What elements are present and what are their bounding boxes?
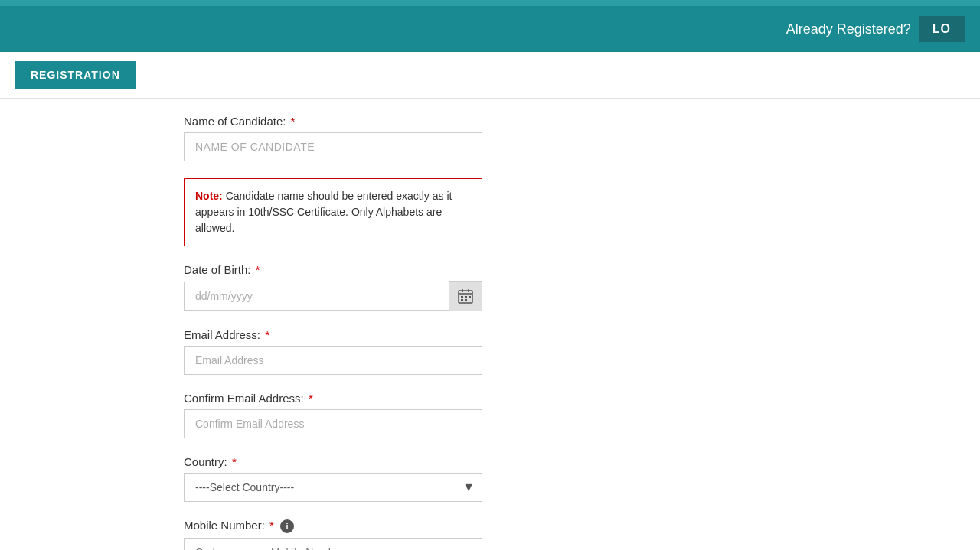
country-group: Country: * ----Select Country---- India … [184,455,796,502]
top-accent-bar [0,0,980,6]
confirm-email-required: * [309,392,313,405]
mobile-info-icon[interactable]: i [280,519,294,533]
mobile-input-row [184,538,482,550]
country-required: * [232,455,237,468]
date-input-wrapper [184,281,482,311]
registration-tab-button[interactable]: REGISTRATION [15,61,136,89]
date-of-birth-input[interactable] [184,282,449,311]
confirm-email-group: Confirm Email Address: * [184,392,796,438]
email-address-label: Email Address: * [184,328,796,341]
candidate-name-group: Name of Candidate: * [184,115,796,161]
country-select-wrapper: ----Select Country---- India United Stat… [184,473,482,502]
login-button[interactable]: LO [919,16,965,42]
form-wrapper: Name of Candidate: * Note: Candidate nam… [161,99,819,550]
calendar-icon-button[interactable] [449,281,482,311]
country-label: Country: * [184,455,796,468]
mobile-number-input[interactable] [260,538,482,550]
email-address-group: Email Address: * [184,328,796,375]
note-label: Note: [195,190,223,202]
date-of-birth-group: Date of Birth: * [184,263,796,311]
confirm-email-input[interactable] [184,409,482,438]
note-text: Candidate name should be entered exactly… [195,190,452,234]
note-box: Note: Candidate name should be entered e… [184,178,482,246]
calendar-icon [458,288,473,304]
candidate-name-label: Name of Candidate: * [184,115,796,128]
main-content: Name of Candidate: * Note: Candidate nam… [0,99,980,550]
email-address-input[interactable] [184,346,482,375]
already-registered-text: Already Registered? [786,21,911,37]
header: Already Registered? LO [0,6,980,52]
email-address-required: * [265,328,270,341]
date-of-birth-label: Date of Birth: * [184,263,796,276]
candidate-name-input[interactable] [184,132,482,161]
svg-rect-4 [461,296,463,298]
svg-rect-7 [461,299,463,301]
svg-rect-8 [465,299,467,301]
mobile-code-input[interactable] [184,538,260,550]
candidate-name-required: * [291,115,296,128]
svg-rect-6 [469,296,471,298]
date-of-birth-required: * [256,263,260,276]
confirm-email-label: Confirm Email Address: * [184,392,796,405]
mobile-number-required: * [270,519,274,532]
sub-header: REGISTRATION [0,52,980,99]
svg-rect-5 [465,296,467,298]
mobile-number-label: Mobile Number: * i [184,519,796,533]
mobile-number-group: Mobile Number: * i [184,519,796,550]
country-select[interactable]: ----Select Country---- India United Stat… [184,473,482,502]
